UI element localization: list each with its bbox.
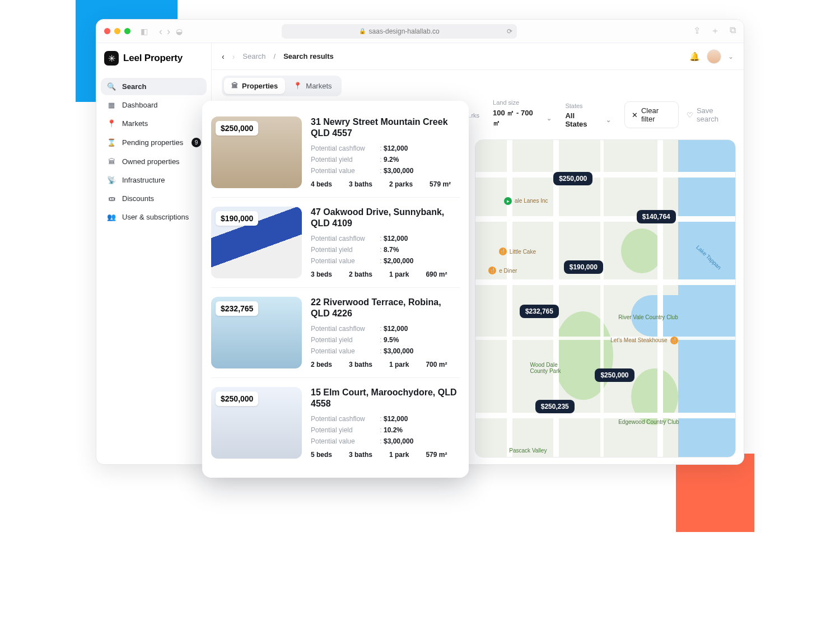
tabs-overview-icon[interactable]: ⧉ xyxy=(730,25,736,37)
listing-beds: 4 beds xyxy=(311,180,332,188)
listing-parks: 1 park xyxy=(389,451,409,459)
user-menu-chevron-icon[interactable]: ⌄ xyxy=(728,53,734,60)
metric-value: 9.5% xyxy=(384,336,460,344)
listing-beds: 3 beds xyxy=(311,270,332,278)
listing-area: 690 m² xyxy=(426,270,447,278)
avatar[interactable] xyxy=(707,49,721,64)
poi-label: Edgewood Country Club xyxy=(618,419,679,425)
brand-name: Leel Property xyxy=(123,53,183,64)
search-icon: 🔍 xyxy=(106,82,116,91)
dashboard-icon: ▦ xyxy=(106,101,116,109)
poi-label: Wood Dale County Park xyxy=(530,362,561,374)
pending-icon: ⌛ xyxy=(106,138,116,147)
sidebar-toggle-icon[interactable]: ◧ xyxy=(141,27,148,36)
crumb-results: Search results xyxy=(283,52,334,60)
sidebar-item-markets[interactable]: 📍 Markets xyxy=(101,115,207,132)
sidebar-item-users[interactable]: 👥 User & subscriptions xyxy=(101,208,207,226)
metric-value: $2,00,000 xyxy=(384,257,460,265)
browser-forward-icon[interactable]: › xyxy=(167,26,170,36)
listing-baths: 2 baths xyxy=(349,270,372,278)
sidebar-item-infrastructure[interactable]: 📡 Infrastructure xyxy=(101,171,207,189)
metric-key: Potential value xyxy=(311,257,378,265)
notifications-icon[interactable]: 🔔 xyxy=(689,52,700,62)
listing-thumb: $232,765 xyxy=(211,297,302,368)
properties-tab-icon: 🏛 xyxy=(231,82,238,90)
maximize-window-icon[interactable] xyxy=(124,28,130,34)
filter-label-states: States xyxy=(565,102,610,109)
window-controls[interactable] xyxy=(104,28,130,34)
map-price-pin[interactable]: $250,000 xyxy=(595,368,634,382)
map-price-pin[interactable]: $232,765 xyxy=(520,305,559,318)
listing-card[interactable]: $232,765 22 Riverwood Terrace, Robina, Q… xyxy=(211,288,460,378)
sidebar-item-search[interactable]: 🔍 Search xyxy=(101,78,207,95)
metric-value: $3,00,000 xyxy=(384,167,460,175)
poi-label: ale Lanes Inc xyxy=(515,198,548,204)
sidebar-item-discounts[interactable]: 🎟 Discounts xyxy=(101,190,207,207)
chevron-down-icon: ⌄ xyxy=(606,116,611,124)
listing-title: 15 Elm Court, Maroochydore, QLD 4558 xyxy=(311,387,460,409)
privacy-shield-icon[interactable]: ◒ xyxy=(176,27,183,36)
listing-card[interactable]: $190,000 47 Oakwood Drive, Sunnybank, QL… xyxy=(211,198,460,288)
crumb-search[interactable]: Search xyxy=(242,52,265,60)
listing-card[interactable]: $250,000 15 Elm Court, Maroochydore, QLD… xyxy=(211,378,460,468)
close-window-icon[interactable] xyxy=(104,28,110,34)
sidebar-item-pending[interactable]: ⌛ Pending properties 9 xyxy=(101,133,207,152)
browser-back-icon[interactable]: ‹ xyxy=(159,26,162,36)
listing-parks: 1 park xyxy=(389,361,409,368)
filter-landsize[interactable]: 100 ㎡ - 700㎡⌄ xyxy=(493,108,552,128)
food-pin-icon: 🍴 xyxy=(670,337,678,344)
crumb-sep: / xyxy=(274,52,276,60)
filter-states[interactable]: All States⌄ xyxy=(565,111,610,128)
url-text: saas-design-halallab.co xyxy=(369,27,440,35)
crumb-back-icon[interactable]: ‹ xyxy=(222,52,225,61)
map[interactable]: ▸ale Lanes Inc 🍴Little Cake 🍴e Diner Riv… xyxy=(475,139,736,458)
sidebar-item-label: Owned properties xyxy=(122,157,180,166)
map-price-pin[interactable]: $140,764 xyxy=(637,210,676,223)
sidebar-item-label: Dashboard xyxy=(122,101,158,109)
reload-icon[interactable]: ⟳ xyxy=(507,27,512,35)
infrastructure-icon: 📡 xyxy=(106,176,116,184)
view-tabs: 🏛 Properties 📍 Markets xyxy=(222,76,342,96)
topbar: ‹ › Search / Search results 🔔 ⌄ xyxy=(212,43,744,70)
sidebar-item-owned[interactable]: 🏛 Owned properties xyxy=(101,153,207,170)
listing-area: 700 m² xyxy=(426,361,447,368)
listing-card[interactable]: $250,000 31 Newry Street Mountain Creek … xyxy=(211,108,460,198)
map-price-pin[interactable]: $250,000 xyxy=(553,172,592,185)
browser-chrome: ◧ ‹ › ◒ 🔒 saas-design-halallab.co ⟳ ⇪ ＋ … xyxy=(96,20,744,43)
sidebar-item-dashboard[interactable]: ▦ Dashboard xyxy=(101,96,207,114)
brand-logo-icon: ✳ xyxy=(104,51,119,66)
map-price-pin[interactable]: $190,000 xyxy=(564,260,603,274)
clear-filter-button[interactable]: ✕ Clear filter xyxy=(624,101,679,128)
crumb-forward-icon[interactable]: › xyxy=(232,52,235,61)
metric-key: Potential yield xyxy=(311,336,378,344)
metric-value: $12,000 xyxy=(384,235,460,242)
discounts-icon: 🎟 xyxy=(106,194,116,203)
new-tab-icon[interactable]: ＋ xyxy=(711,25,720,37)
metric-key: Potential cashflow xyxy=(311,144,378,152)
metric-value: $12,000 xyxy=(384,415,460,423)
brand[interactable]: ✳ Leel Property xyxy=(96,43,211,73)
metric-value: $3,00,000 xyxy=(384,347,460,355)
poi-label: River Vale Country Club xyxy=(618,314,678,320)
listing-thumb: $250,000 xyxy=(211,116,302,188)
address-bar[interactable]: 🔒 saas-design-halallab.co ⟳ xyxy=(282,24,517,39)
sidebar-item-label: Pending properties xyxy=(122,138,183,147)
food-pin-icon: 🍴 xyxy=(499,248,507,255)
minimize-window-icon[interactable] xyxy=(114,28,120,34)
listing-title: 22 Riverwood Terrace, Robina, QLD 4226 xyxy=(311,297,460,319)
food-pin-icon: 🍴 xyxy=(488,267,496,274)
tab-markets[interactable]: 📍 Markets xyxy=(286,78,339,94)
share-icon[interactable]: ⇪ xyxy=(693,25,701,37)
tab-properties[interactable]: 🏛 Properties xyxy=(224,78,285,94)
listing-beds: 5 beds xyxy=(311,451,332,459)
tab-label: Markets xyxy=(306,82,332,90)
save-search-button[interactable]: ♡ Save search xyxy=(687,106,734,123)
listing-area: 579 m² xyxy=(426,451,447,459)
metric-value: $12,000 xyxy=(384,325,460,333)
listing-baths: 3 baths xyxy=(349,180,372,188)
metric-value: $12,000 xyxy=(384,144,460,152)
metric-key: Potential cashflow xyxy=(311,415,378,423)
results-popup[interactable]: $250,000 31 Newry Street Mountain Creek … xyxy=(202,101,469,478)
map-price-pin[interactable]: $250,235 xyxy=(535,400,575,413)
button-label: Clear filter xyxy=(641,106,671,123)
